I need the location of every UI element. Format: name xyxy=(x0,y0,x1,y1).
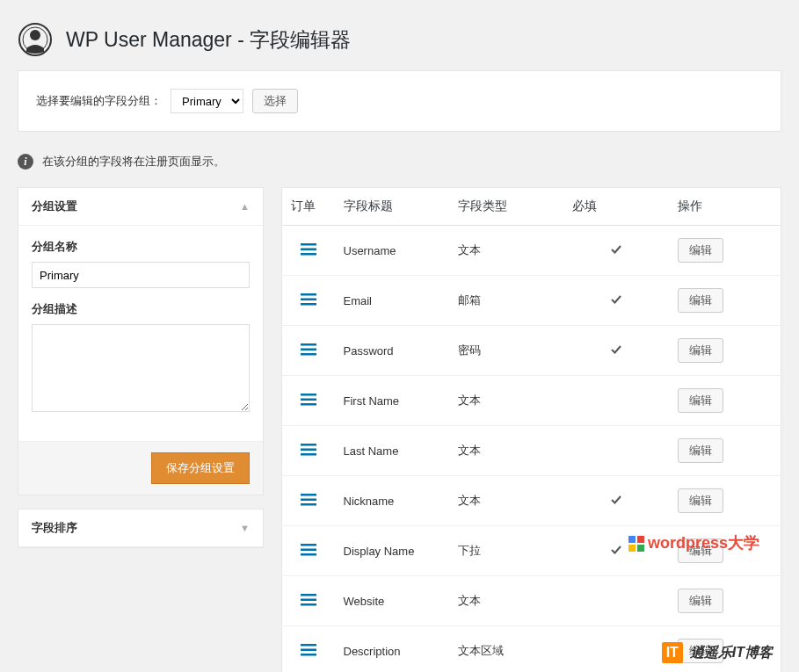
table-row: Nickname文本编辑 xyxy=(282,476,781,526)
edit-button[interactable]: 编辑 xyxy=(678,488,723,513)
th-order: 订单 xyxy=(282,188,335,226)
check-icon xyxy=(610,345,622,358)
svg-rect-16 xyxy=(301,448,316,451)
footer-logo: IT 逍遥乐IT博客 xyxy=(662,642,773,663)
info-text: 在该分组的字段将在注册页面显示。 xyxy=(42,154,225,170)
svg-rect-18 xyxy=(301,494,316,496)
svg-rect-5 xyxy=(301,253,316,256)
group-selector-label: 选择要编辑的字段分组： xyxy=(36,93,162,109)
th-title: 字段标题 xyxy=(335,188,449,226)
svg-rect-11 xyxy=(301,353,316,356)
group-desc-textarea[interactable] xyxy=(32,324,250,412)
svg-rect-4 xyxy=(301,248,316,250)
table-row: Email邮箱编辑 xyxy=(282,276,781,326)
th-action: 操作 xyxy=(669,188,781,226)
drag-handle-icon[interactable] xyxy=(301,444,316,459)
svg-rect-13 xyxy=(301,398,316,401)
group-name-input[interactable] xyxy=(32,262,250,288)
svg-rect-14 xyxy=(301,403,316,406)
expand-icon: ▼ xyxy=(240,523,250,533)
field-type-cell: 文本 xyxy=(449,426,563,476)
svg-rect-22 xyxy=(301,548,316,551)
info-notice: i 在该分组的字段将在注册页面显示。 xyxy=(18,145,781,187)
field-title-cell: Display Name xyxy=(335,526,449,576)
group-settings-header[interactable]: 分组设置 ▲ xyxy=(18,188,263,226)
field-title-cell: Website xyxy=(335,576,449,626)
edit-button[interactable]: 编辑 xyxy=(678,388,723,413)
field-type-cell: 文本 xyxy=(449,226,563,276)
field-order-panel: 字段排序 ▼ xyxy=(18,509,264,548)
svg-rect-7 xyxy=(301,298,316,300)
svg-rect-19 xyxy=(301,498,316,501)
drag-handle-icon[interactable] xyxy=(301,343,316,358)
svg-rect-3 xyxy=(301,243,316,246)
svg-rect-28 xyxy=(301,648,316,651)
page-title: WP User Manager - 字段编辑器 xyxy=(66,26,351,54)
group-select[interactable]: Primary xyxy=(171,89,243,113)
edit-button[interactable]: 编辑 xyxy=(678,589,723,613)
drag-handle-icon[interactable] xyxy=(301,394,316,408)
svg-rect-25 xyxy=(301,598,316,601)
field-type-cell: 下拉 xyxy=(449,526,563,576)
svg-rect-23 xyxy=(301,553,316,556)
field-type-cell: 文本 xyxy=(449,476,563,526)
svg-rect-35 xyxy=(628,545,636,552)
svg-rect-9 xyxy=(301,343,316,346)
svg-rect-27 xyxy=(301,644,316,647)
page-header: WP User Manager - 字段编辑器 xyxy=(18,9,781,70)
save-group-button[interactable]: 保存分组设置 xyxy=(151,452,250,484)
svg-point-2 xyxy=(30,30,40,40)
field-type-cell: 密码 xyxy=(449,326,563,376)
field-order-header[interactable]: 字段排序 ▼ xyxy=(18,509,263,547)
field-required-cell xyxy=(563,376,669,426)
drag-handle-icon[interactable] xyxy=(301,293,316,308)
footer-logo-text: 逍遥乐IT博客 xyxy=(690,644,773,662)
collapse-icon: ▲ xyxy=(240,201,250,212)
field-order-title: 字段排序 xyxy=(32,520,77,536)
field-title-cell: Description xyxy=(335,626,449,673)
table-row: Last Name文本编辑 xyxy=(282,426,781,476)
field-required-cell xyxy=(563,476,669,526)
table-row: Password密码编辑 xyxy=(282,326,781,376)
field-required-cell xyxy=(563,426,669,476)
footer-logo-icon: IT xyxy=(662,642,683,663)
field-required-cell xyxy=(563,276,669,326)
edit-button[interactable]: 编辑 xyxy=(678,338,723,363)
edit-button[interactable]: 编辑 xyxy=(678,288,723,313)
field-title-cell: First Name xyxy=(335,376,449,426)
field-title-cell: Nickname xyxy=(335,476,449,526)
check-icon xyxy=(610,546,622,559)
watermark-icon xyxy=(628,536,644,552)
svg-rect-20 xyxy=(301,503,316,506)
svg-rect-26 xyxy=(301,603,316,606)
group-settings-panel: 分组设置 ▲ 分组名称 分组描述 保存分组设置 xyxy=(18,187,264,495)
field-required-cell xyxy=(563,226,669,276)
drag-handle-icon[interactable] xyxy=(301,243,316,258)
svg-rect-21 xyxy=(301,544,316,546)
field-title-cell: Username xyxy=(335,226,449,276)
edit-button[interactable]: 编辑 xyxy=(678,238,723,263)
drag-handle-icon[interactable] xyxy=(301,594,316,609)
group-desc-label: 分组描述 xyxy=(32,301,250,317)
svg-rect-12 xyxy=(301,394,316,396)
edit-button[interactable]: 编辑 xyxy=(678,438,723,463)
table-row: Website文本编辑 xyxy=(282,576,781,626)
field-title-cell: Email xyxy=(335,276,449,326)
svg-rect-17 xyxy=(301,453,316,456)
field-required-cell xyxy=(563,326,669,376)
watermark: wordpress大学 xyxy=(628,532,759,553)
field-title-cell: Password xyxy=(335,326,449,376)
select-group-button[interactable]: 选择 xyxy=(252,89,298,113)
drag-handle-icon[interactable] xyxy=(301,644,316,659)
field-required-cell xyxy=(563,576,669,626)
field-required-cell xyxy=(563,626,669,673)
table-row: Username文本编辑 xyxy=(282,226,781,276)
group-settings-title: 分组设置 xyxy=(32,199,77,214)
fields-table: 订单 字段标题 字段类型 必填 操作 Username文本编辑Email邮箱编辑… xyxy=(281,187,781,672)
drag-handle-icon[interactable] xyxy=(301,544,316,559)
drag-handle-icon[interactable] xyxy=(301,494,316,509)
field-type-cell: 文本区域 xyxy=(449,626,563,673)
field-type-cell: 文本 xyxy=(449,576,563,626)
wpum-logo-icon xyxy=(18,22,53,57)
svg-rect-34 xyxy=(637,536,644,543)
